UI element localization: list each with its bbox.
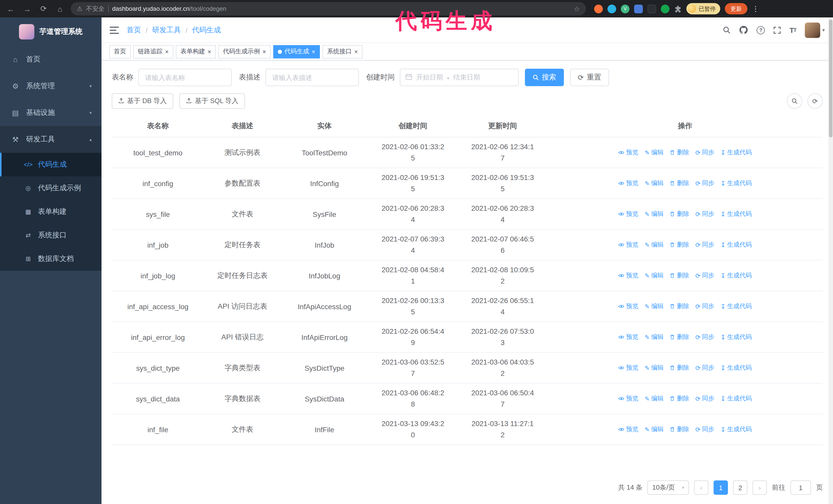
preview-link[interactable]: 预览	[618, 302, 639, 311]
extension-icon-people[interactable]	[634, 4, 643, 13]
sync-link[interactable]: ⟳ 同步	[695, 148, 714, 157]
extension-icon-orange[interactable]	[594, 4, 603, 13]
generate-code-link[interactable]: ↧ 生成代码	[720, 210, 752, 218]
close-icon[interactable]: ×	[262, 48, 266, 55]
delete-link[interactable]: 删除	[670, 148, 689, 157]
close-icon[interactable]: ×	[312, 48, 315, 55]
browser-update-button[interactable]: 更新	[725, 3, 747, 14]
edit-link[interactable]: ✎ 编辑	[645, 425, 664, 434]
delete-link[interactable]: 删除	[670, 271, 689, 280]
tab-form-builder[interactable]: 表单构建×	[176, 45, 216, 58]
edit-link[interactable]: ✎ 编辑	[645, 240, 664, 249]
close-icon[interactable]: ×	[165, 48, 169, 55]
generate-code-link[interactable]: ↧ 生成代码	[720, 148, 752, 157]
sync-link[interactable]: ⟳ 同步	[695, 363, 714, 372]
extension-icon-dark[interactable]	[647, 4, 656, 13]
preview-link[interactable]: 预览	[618, 148, 639, 157]
extensions-puzzle-icon[interactable]	[674, 5, 682, 13]
sidebar-item-system-management[interactable]: ⚙ 系统管理 ▾	[0, 73, 101, 99]
generate-code-link[interactable]: ↧ 生成代码	[720, 363, 752, 372]
sidebar-item-dev-tools[interactable]: ⚒ 研发工具 ▴	[0, 126, 101, 153]
toggle-search-button[interactable]	[787, 93, 802, 109]
page-button-2[interactable]: 2	[733, 480, 747, 495]
sidebar-item-home[interactable]: ⌂ 首页	[0, 46, 101, 73]
preview-link[interactable]: 预览	[618, 425, 639, 434]
tab-codegen-example[interactable]: 代码生成示例×	[218, 45, 271, 58]
edit-link[interactable]: ✎ 编辑	[645, 363, 664, 372]
browser-forward-icon[interactable]: →	[22, 4, 33, 13]
breadcrumb-dev-tools[interactable]: 研发工具	[152, 25, 181, 34]
delete-link[interactable]: 删除	[670, 240, 689, 249]
goto-page-input[interactable]	[790, 480, 811, 495]
prev-page-button[interactable]: ‹	[694, 480, 709, 495]
extension-icon-blue[interactable]	[608, 4, 616, 13]
edit-link[interactable]: ✎ 编辑	[645, 333, 664, 341]
reset-button[interactable]: ⟳ 重置	[570, 69, 609, 86]
sync-link[interactable]: ⟳ 同步	[695, 425, 714, 434]
delete-link[interactable]: 删除	[670, 333, 689, 341]
close-icon[interactable]: ×	[354, 48, 358, 55]
edit-link[interactable]: ✎ 编辑	[645, 148, 664, 157]
hamburger-icon[interactable]	[110, 26, 119, 33]
generate-code-link[interactable]: ↧ 生成代码	[720, 240, 752, 249]
import-sql-button[interactable]: 基于 SQL 导入	[180, 93, 245, 109]
edit-link[interactable]: ✎ 编辑	[645, 271, 664, 280]
preview-link[interactable]: 预览	[618, 179, 639, 188]
table-desc-input[interactable]	[265, 69, 359, 86]
delete-link[interactable]: 删除	[670, 425, 689, 434]
extension-icon-green[interactable]	[661, 4, 669, 13]
browser-menu-icon[interactable]: ⋮	[752, 5, 759, 13]
delete-link[interactable]: 删除	[670, 302, 689, 311]
edit-link[interactable]: ✎ 编辑	[645, 179, 664, 188]
page-button-1[interactable]: 1	[714, 480, 728, 495]
tab-codegen[interactable]: 代码生成×	[273, 45, 320, 58]
sidebar-item-db-doc[interactable]: ⊞ 数据库文档	[0, 247, 101, 271]
github-icon[interactable]	[739, 26, 748, 34]
table-name-input[interactable]	[138, 69, 232, 86]
page-size-select[interactable]: 10条/页 ▾	[648, 480, 689, 495]
search-button[interactable]: 搜索	[525, 69, 564, 86]
delete-link[interactable]: 删除	[670, 179, 689, 188]
date-range-picker[interactable]: 开始日期 - 结束日期	[400, 69, 519, 86]
preview-link[interactable]: 预览	[618, 363, 639, 372]
help-icon[interactable]: ?	[757, 26, 765, 34]
sync-link[interactable]: ⟳ 同步	[695, 302, 714, 311]
sidebar-item-system-api[interactable]: ⇄ 系统接口	[0, 223, 101, 247]
sidebar-item-codegen-example[interactable]: ◎ 代码生成示例	[0, 176, 101, 200]
browser-home-icon[interactable]: ⌂	[54, 4, 66, 13]
edit-link[interactable]: ✎ 编辑	[645, 210, 664, 218]
font-size-icon[interactable]: TT	[790, 26, 796, 34]
scrollbar-thumb[interactable]	[829, 20, 832, 137]
preview-link[interactable]: 预览	[618, 240, 639, 249]
preview-link[interactable]: 预览	[618, 394, 639, 403]
generate-code-link[interactable]: ↧ 生成代码	[720, 271, 752, 280]
close-icon[interactable]: ×	[208, 48, 211, 55]
edit-link[interactable]: ✎ 编辑	[645, 394, 664, 403]
preview-link[interactable]: 预览	[618, 210, 639, 218]
next-page-button[interactable]: ›	[753, 480, 767, 495]
browser-back-icon[interactable]: ←	[5, 4, 17, 13]
sync-link[interactable]: ⟳ 同步	[695, 210, 714, 218]
preview-link[interactable]: 预览	[618, 333, 639, 341]
browser-profile-pill[interactable]: 已暂停	[686, 3, 720, 14]
user-avatar[interactable]: ▾	[805, 22, 825, 38]
generate-code-link[interactable]: ↧ 生成代码	[720, 333, 752, 341]
sidebar-item-codegen[interactable]: </> 代码生成	[0, 153, 101, 176]
generate-code-link[interactable]: ↧ 生成代码	[720, 425, 752, 434]
delete-link[interactable]: 删除	[670, 363, 689, 372]
fullscreen-icon[interactable]	[774, 26, 781, 33]
address-bar[interactable]: ⚠ 不安全 dashboard.yudao.iocoder.cn/tool/co…	[71, 2, 586, 16]
tab-home[interactable]: 首页	[109, 45, 131, 58]
generate-code-link[interactable]: ↧ 生成代码	[720, 302, 752, 311]
sync-link[interactable]: ⟳ 同步	[695, 333, 714, 341]
edit-link[interactable]: ✎ 编辑	[645, 302, 664, 311]
vue-devtools-icon[interactable]: V	[621, 4, 629, 13]
bookmark-star-icon[interactable]: ☆	[574, 5, 580, 13]
sync-link[interactable]: ⟳ 同步	[695, 271, 714, 280]
import-db-button[interactable]: 基于 DB 导入	[112, 93, 173, 109]
sidebar-item-infrastructure[interactable]: ▤ 基础设施 ▾	[0, 99, 101, 126]
search-icon[interactable]	[723, 26, 731, 34]
generate-code-link[interactable]: ↧ 生成代码	[720, 394, 752, 403]
generate-code-link[interactable]: ↧ 生成代码	[720, 179, 752, 188]
tab-system-api[interactable]: 系统接口×	[323, 45, 362, 58]
